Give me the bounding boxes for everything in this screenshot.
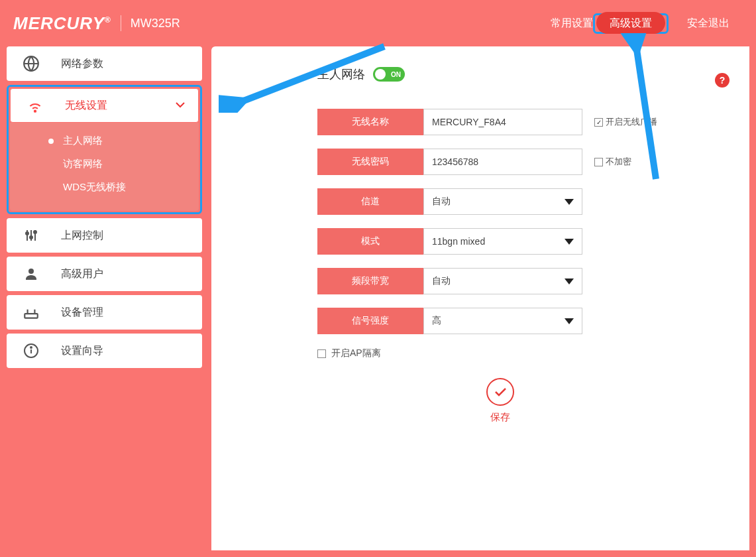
globe-icon: [20, 52, 42, 75]
sidebar-label: 高级用户: [42, 267, 189, 281]
pwd-field-wrapper: [423, 149, 582, 175]
caret-down-icon: [565, 239, 574, 245]
pwd-input[interactable]: [432, 156, 574, 167]
sidebar-label: 上网控制: [42, 229, 189, 243]
sidebar-label: 设备管理: [42, 306, 189, 320]
sidebar-label: 网络参数: [42, 57, 189, 71]
svg-point-5: [26, 232, 28, 235]
ssid-field-wrapper: [423, 109, 582, 135]
no-encrypt-label: 不加密: [606, 156, 631, 168]
sidebar-item-access-control[interactable]: 上网控制: [7, 218, 202, 253]
wifi-icon: [24, 94, 46, 117]
sidebar-item-network[interactable]: 网络参数: [7, 46, 202, 81]
sidebar-wireless-highlight-box: 无线设置 主人网络 访客网络 WDS无线桥接: [7, 85, 202, 214]
svg-point-8: [28, 269, 34, 274]
wifi-toggle[interactable]: ON: [373, 67, 405, 82]
sidebar-sub-wds-bridge[interactable]: WDS无线桥接: [10, 176, 199, 199]
svg-point-6: [30, 236, 32, 239]
sidebar-item-wireless[interactable]: 无线设置: [10, 88, 199, 123]
brand-text: MERCURY: [13, 13, 105, 33]
ap-isolation-checkbox[interactable]: [317, 349, 326, 358]
sidebar-label: 无线设置: [46, 99, 176, 113]
sidebar-sub-owner-network[interactable]: 主人网络: [10, 129, 199, 153]
broadcast-label: 开启无线广播: [606, 116, 657, 128]
wireless-form: 无线名称 开启无线广播 无线密码 不加密: [317, 109, 749, 334]
sidebar-sub-guest-network[interactable]: 访客网络: [10, 153, 199, 176]
mode-select[interactable]: 11bgn mixed: [423, 228, 582, 255]
page-title: 主人网络: [317, 66, 365, 82]
router-icon: [20, 301, 42, 324]
ssid-label: 无线名称: [317, 109, 423, 135]
ap-isolation-label: 开启AP隔离: [331, 347, 381, 359]
sidebar-item-device-mgmt[interactable]: 设备管理: [7, 295, 202, 330]
bandwidth-label: 频段带宽: [317, 268, 423, 294]
sidebar: 网络参数 无线设置 主人网络 访客网络 WDS无线桥接 上网控: [7, 46, 202, 550]
header-bar: MERCURY® MW325R 常用设置 高级设置 安全退出: [0, 0, 756, 46]
ssid-input[interactable]: [432, 117, 574, 127]
info-icon: [20, 340, 42, 362]
signal-select[interactable]: 高: [423, 308, 582, 334]
signal-value: 高: [432, 315, 441, 327]
sidebar-item-advanced-user[interactable]: 高级用户: [7, 257, 202, 291]
no-encrypt-checkbox[interactable]: [594, 158, 603, 166]
svg-point-7: [34, 231, 36, 233]
mode-label: 模式: [317, 228, 423, 255]
channel-label: 信道: [317, 188, 423, 215]
chevron-down-icon: [176, 100, 185, 111]
svg-point-1: [34, 111, 36, 112]
user-icon: [20, 263, 42, 285]
bandwidth-value: 自动: [432, 275, 451, 287]
toggle-text: ON: [391, 71, 401, 78]
content-panel: ? 主人网络 ON 无线名称 开启无线广播 无线密码: [211, 46, 749, 550]
pwd-label: 无线密码: [317, 149, 423, 175]
sidebar-item-setup-wizard[interactable]: 设置向导: [7, 334, 202, 368]
broadcast-checkbox[interactable]: [594, 118, 603, 127]
sidebar-wireless-submenu: 主人网络 访客网络 WDS无线桥接: [10, 123, 199, 211]
nav-advanced-highlight: 高级设置: [593, 13, 669, 34]
sliders-icon: [20, 224, 42, 247]
nav-basic-settings[interactable]: 常用设置: [551, 17, 593, 31]
header-separator: [121, 15, 121, 31]
model-label: MW325R: [131, 17, 180, 31]
caret-down-icon: [565, 318, 574, 324]
nav-advanced-settings[interactable]: 高级设置: [596, 12, 665, 34]
svg-point-14: [30, 347, 32, 348]
save-section: 保存: [251, 378, 749, 424]
signal-label: 信号强度: [317, 308, 423, 334]
channel-select[interactable]: 自动: [423, 188, 582, 215]
svg-rect-9: [25, 314, 38, 318]
brand-registered: ®: [105, 15, 111, 25]
save-label: 保存: [251, 411, 749, 424]
channel-value: 自动: [432, 196, 451, 208]
caret-down-icon: [565, 278, 574, 284]
mode-value: 11bgn mixed: [432, 236, 485, 247]
caret-down-icon: [565, 199, 574, 205]
help-icon[interactable]: ?: [715, 73, 729, 88]
bandwidth-select[interactable]: 自动: [423, 268, 582, 294]
save-button[interactable]: [486, 378, 514, 406]
sidebar-label: 设置向导: [42, 344, 189, 358]
nav-logout[interactable]: 安全退出: [687, 17, 729, 31]
brand-logo: MERCURY®: [13, 13, 111, 34]
